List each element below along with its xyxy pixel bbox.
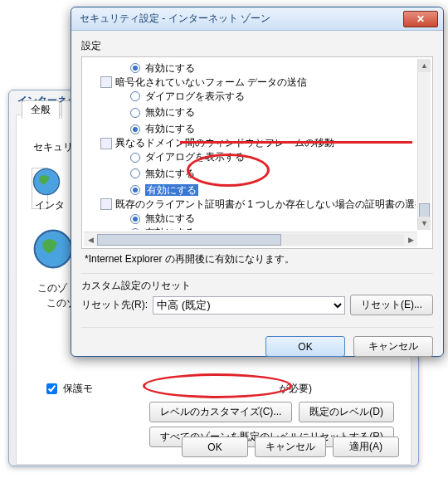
option-label: 有効にする [145, 122, 195, 136]
tree-row: 異なるドメイン間のウィンドウとフレームの移動 [100, 136, 416, 150]
radio-icon [130, 124, 140, 134]
reset-group: カスタム設定のリセット リセット先(R): 中高 (既定) リセット(E)... [81, 273, 433, 315]
label-security: セキュリ [33, 140, 73, 154]
option-label: ダイアログを表示する [145, 150, 245, 164]
globe-large-icon [32, 227, 75, 271]
protected-mode-checkbox[interactable] [46, 383, 57, 394]
radio-icon [130, 63, 140, 73]
tree-row: 無効にする [115, 212, 416, 227]
radio-icon [130, 108, 140, 118]
titlebar: セキュリティ設定 - インターネット ゾーン ✕ [71, 7, 443, 31]
back-cancel-button[interactable]: キャンセル [255, 437, 326, 457]
settings-tree: 有効にする暗号化されていないフォーム データの送信ダイアログを表示する無効にする… [81, 56, 433, 249]
reset-to-label: リセット先(R): [81, 298, 148, 312]
option-radio[interactable]: 有効にする [130, 61, 195, 76]
vertical-scrollbar[interactable]: ▲ ▼ [417, 59, 431, 230]
settings-label: 設定 [81, 39, 433, 53]
tab-general[interactable]: 全般 [22, 100, 60, 119]
close-icon: ✕ [416, 13, 425, 25]
option-label: 無効にする [145, 105, 195, 120]
label-this-zone-1: このゾ [37, 281, 67, 295]
option-radio[interactable]: ダイアログを表示する [130, 90, 245, 104]
hscroll-left-icon[interactable]: ◀ [84, 236, 97, 244]
dialog-button-bar: OK キャンセル [81, 327, 433, 357]
radio-icon [130, 185, 140, 195]
option-label: 有効にする [145, 226, 195, 230]
level-button-row: レベルのカスタマイズ(C)... 既定のレベル(D) [100, 402, 394, 422]
category-icon [100, 138, 112, 149]
radio-icon [130, 214, 140, 224]
back-dialog-buttons: OK キャンセル 適用(A) [182, 437, 399, 457]
option-label: 有効にする [145, 183, 198, 198]
tree-row: 暗号化されていないフォーム データの送信 [100, 76, 416, 90]
tree-row: 有効にする [115, 226, 416, 230]
option-label: 有効にする [145, 61, 195, 76]
security-settings-dialog: セキュリティ設定 - インターネット ゾーン ✕ 設定 有効にする暗号化されてい… [71, 7, 444, 357]
tree-row: 無効にする [115, 105, 416, 122]
ok-button[interactable]: OK [265, 336, 345, 357]
close-button[interactable]: ✕ [403, 11, 438, 27]
radio-icon [130, 228, 140, 231]
radio-icon [130, 91, 140, 101]
radio-icon [130, 153, 140, 163]
scroll-up-icon[interactable]: ▲ [418, 59, 431, 72]
default-level-button[interactable]: 既定のレベル(D) [299, 402, 394, 422]
tree-row: ダイアログを表示する [115, 150, 416, 167]
hscroll-track[interactable] [97, 234, 404, 246]
option-radio[interactable]: 有効にする [130, 226, 195, 230]
reset-group-label: カスタム設定のリセット [81, 279, 433, 293]
tree-row: 無効にする [115, 167, 416, 183]
option-label: ダイアログを表示する [145, 90, 245, 104]
hscroll-thumb[interactable] [97, 234, 281, 246]
restart-note: *Internet Explorer の再開後に有効になります。 [81, 252, 433, 266]
protected-mode-label-suffix: が必要) [279, 382, 312, 396]
reset-row: リセット先(R): 中高 (既定) リセット(E)... [81, 295, 433, 315]
tree-row: ダイアログを表示する [115, 90, 416, 106]
reset-to-combo[interactable]: 中高 (既定) [153, 296, 345, 315]
hscroll-right-icon[interactable]: ▶ [404, 236, 417, 244]
back-apply-button[interactable]: 適用(A) [333, 437, 399, 457]
option-radio[interactable]: 有効にする [130, 122, 195, 136]
category-icon [100, 198, 112, 210]
tree-row: 有効にする [115, 61, 416, 76]
option-radio[interactable]: 無効にする [130, 105, 195, 120]
globe-icon [32, 167, 61, 197]
option-label: 無効にする [145, 212, 195, 226]
category-label: 既存のクライアント証明書が 1 つしか存在しない場合の証明書の選択 [115, 198, 416, 212]
radio-icon [130, 168, 140, 178]
reset-button[interactable]: リセット(E)... [350, 295, 433, 315]
option-radio[interactable]: ダイアログを表示する [130, 150, 245, 164]
category-label: 異なるドメイン間のウィンドウとフレームの移動 [115, 136, 334, 150]
label-internet: インタ [35, 198, 65, 212]
protected-mode-row: 保護モ が必要) [43, 381, 312, 397]
tree-content: 有効にする暗号化されていないフォーム データの送信ダイアログを表示する無効にする… [84, 59, 416, 230]
scroll-down-icon[interactable]: ▼ [418, 217, 431, 230]
protected-mode-label-prefix: 保護モ [63, 382, 93, 396]
cancel-button[interactable]: キャンセル [353, 336, 433, 357]
option-radio[interactable]: 無効にする [130, 167, 195, 181]
option-radio[interactable]: 有効にする [130, 183, 198, 198]
tree-row: 既存のクライアント証明書が 1 つしか存在しない場合の証明書の選択 [100, 198, 416, 212]
dialog-title: セキュリティ設定 - インターネット ゾーン [80, 12, 403, 26]
option-radio[interactable]: 無効にする [130, 212, 195, 226]
option-label: 無効にする [145, 167, 195, 181]
dialog-body: 設定 有効にする暗号化されていないフォーム データの送信ダイアログを表示する無効… [71, 31, 443, 365]
customize-level-button[interactable]: レベルのカスタマイズ(C)... [149, 402, 293, 422]
back-ok-button[interactable]: OK [182, 437, 248, 457]
category-label: 暗号化されていないフォーム データの送信 [115, 76, 307, 90]
tree-row: 有効にする [115, 183, 416, 198]
category-icon [100, 76, 112, 88]
horizontal-scrollbar[interactable]: ◀ ▶ [84, 232, 417, 246]
scroll-track[interactable] [418, 72, 431, 217]
tree-row: 有効にする [115, 122, 416, 137]
